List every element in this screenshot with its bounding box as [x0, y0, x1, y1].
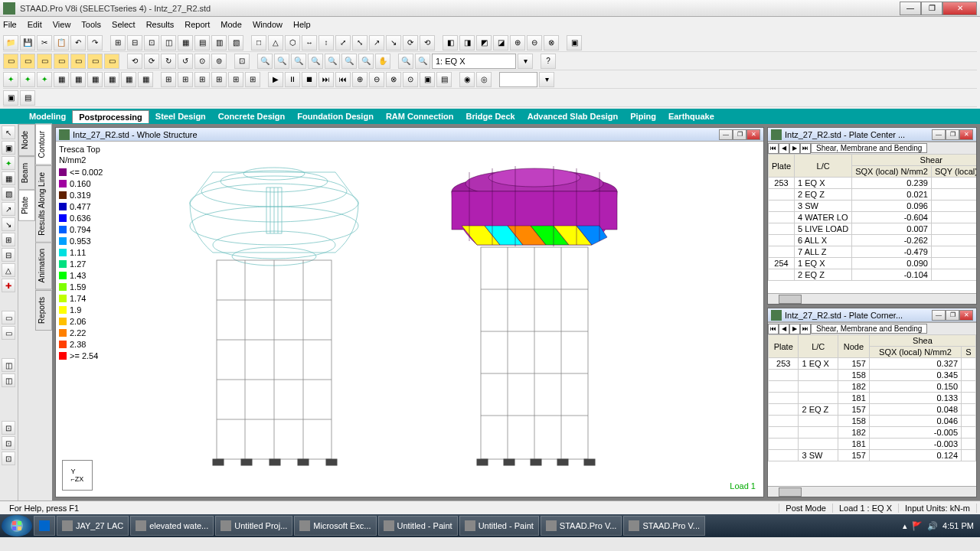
taskbar-ie[interactable]	[34, 516, 55, 536]
tool-icon[interactable]: ▦	[138, 72, 153, 87]
tool-icon[interactable]: ✦	[20, 72, 35, 87]
tool-icon[interactable]: ⟳	[403, 35, 418, 51]
tab-prev-icon[interactable]: ◀	[779, 324, 789, 334]
tool-icon[interactable]: ↻	[161, 54, 176, 69]
start-button[interactable]	[2, 515, 32, 536]
taskbar-item[interactable]: Microsoft Exc...	[294, 516, 376, 536]
close-button[interactable]: ✕	[942, 2, 977, 15]
tab-prev-icon[interactable]: ◀	[779, 143, 789, 154]
close-icon[interactable]: ✕	[746, 129, 760, 140]
tool-icon[interactable]: ▾	[518, 54, 533, 69]
tool-icon[interactable]: ⊡	[144, 35, 159, 51]
close-icon[interactable]: ✕	[959, 129, 973, 140]
zoom-icon[interactable]: ✋	[375, 54, 390, 69]
tool-icon[interactable]: ▦	[2, 171, 15, 185]
tool-icon[interactable]: ⤢	[335, 35, 351, 51]
tool-icon[interactable]: ▣	[3, 90, 18, 106]
tool-icon[interactable]: ◫	[161, 35, 176, 51]
tool-icon[interactable]: ◩	[476, 35, 492, 51]
menu-results[interactable]: Results	[146, 20, 175, 29]
tool-icon[interactable]: ⊡	[2, 436, 15, 450]
tool-icon[interactable]: ⊙	[194, 54, 210, 69]
close-icon[interactable]: ✕	[959, 310, 973, 321]
tool-icon[interactable]: ↺	[178, 54, 193, 69]
tool-icon[interactable]: ✚	[2, 279, 15, 292]
tool-icon[interactable]: ↗	[369, 35, 384, 51]
tool-icon[interactable]: ▤	[194, 35, 210, 51]
tool-icon[interactable]: ◫	[2, 358, 15, 372]
min-icon[interactable]: —	[932, 129, 946, 140]
tool-icon[interactable]: ▧	[228, 35, 243, 51]
plate-center-table[interactable]: PlateL/CShear▴ SQX (local) N/mm2SQY (loc…	[768, 154, 976, 293]
tool-icon[interactable]: ▶	[268, 72, 283, 87]
vtab-animation[interactable]: Animation	[35, 242, 52, 289]
tool-icon[interactable]: ▭	[3, 54, 18, 69]
zoom-icon[interactable]: 🔍	[308, 54, 323, 69]
tab-earthquake[interactable]: Earthquake	[662, 110, 720, 122]
taskbar-item[interactable]: STAAD.Pro V...	[541, 516, 622, 536]
menu-window[interactable]: Window	[253, 20, 283, 29]
zoom-icon[interactable]: 🔍	[341, 54, 357, 69]
tool-icon[interactable]: ⊚	[211, 54, 227, 69]
minimize-button[interactable]: —	[900, 2, 921, 15]
menu-help[interactable]: Help	[293, 20, 311, 29]
tool-icon[interactable]: ⊟	[127, 35, 142, 51]
tool-icon[interactable]: ▦	[121, 72, 136, 87]
vtab-contour[interactable]: Contour	[35, 124, 52, 165]
tool-icon[interactable]: ⊡	[234, 54, 250, 69]
menu-view[interactable]: View	[53, 20, 71, 29]
tool-icon[interactable]: ◉	[459, 72, 475, 87]
tool-icon[interactable]: ⏸	[285, 72, 300, 87]
panel2-tab[interactable]: Shear, Membrane and Bending	[811, 324, 927, 334]
tool-icon[interactable]: ▦	[70, 72, 86, 87]
tool-icon[interactable]: ↕	[318, 35, 334, 51]
tool-icon[interactable]: ▭	[54, 54, 69, 69]
tool-icon[interactable]: ▣	[2, 141, 15, 155]
plate-corner-table[interactable]: PlateL/CNodeShea SQX (local) N/mm2S 2531…	[768, 334, 976, 486]
tool-icon[interactable]: ▭	[2, 311, 15, 324]
hscroll[interactable]	[768, 486, 976, 497]
tool-icon[interactable]: ▦	[87, 72, 103, 87]
hscroll[interactable]	[768, 293, 976, 304]
tool-icon[interactable]: ⊙	[403, 72, 418, 87]
tool-icon[interactable]: ⊕	[352, 72, 368, 87]
tool-icon[interactable]: 📁	[3, 35, 18, 51]
tool-icon[interactable]: ⏹	[302, 72, 317, 87]
tray-icon[interactable]: 🚩	[912, 521, 923, 531]
tool-icon[interactable]: ⊞	[2, 233, 15, 246]
tab-bridge[interactable]: Bridge Deck	[459, 110, 521, 122]
tool-icon[interactable]: ▣	[420, 72, 435, 87]
tab-modeling[interactable]: Modeling	[23, 110, 72, 122]
tool-icon[interactable]: ⟳	[144, 54, 159, 69]
tool-icon[interactable]: ▥	[211, 35, 227, 51]
tool-icon[interactable]: ⊞	[245, 72, 260, 87]
tool-icon[interactable]: ⊕	[510, 35, 525, 51]
tab-piping[interactable]: Piping	[624, 110, 662, 122]
tool-icon[interactable]: ▭	[2, 326, 15, 340]
tool-icon[interactable]: △	[268, 35, 283, 51]
tool-icon[interactable]: ⊞	[178, 72, 193, 87]
tab-foundation[interactable]: Foundation Design	[291, 110, 380, 122]
tool-icon[interactable]: ▤	[436, 72, 452, 87]
zoom-icon[interactable]: 🔍	[257, 54, 273, 69]
tool-icon[interactable]: 📋	[54, 35, 69, 51]
tool-icon[interactable]: ⟲	[127, 54, 142, 69]
tool-icon[interactable]: 💾	[20, 35, 35, 51]
tool-icon[interactable]: ▣	[567, 35, 582, 51]
tab-first-icon[interactable]: ⏮	[768, 324, 779, 334]
tool-icon[interactable]: ▭	[70, 54, 86, 69]
menu-edit[interactable]: Edit	[28, 20, 42, 29]
tool-icon[interactable]: ⊟	[2, 248, 15, 262]
tool-icon[interactable]: ⊞	[110, 35, 126, 51]
tab-ram[interactable]: RAM Connection	[380, 110, 460, 122]
tool-icon[interactable]: ⊞	[161, 72, 176, 87]
tray-icon[interactable]: 🔊	[927, 521, 938, 531]
menu-mode[interactable]: Mode	[220, 20, 242, 29]
menu-file[interactable]: File	[3, 20, 17, 29]
tool-icon[interactable]: ▭	[20, 54, 35, 69]
vtab-beam[interactable]: Beam	[18, 156, 35, 190]
zoom-icon[interactable]: 🔍	[274, 54, 289, 69]
tab-slab[interactable]: Advanced Slab Design	[521, 110, 625, 122]
tab-next-icon[interactable]: ▶	[789, 143, 800, 154]
tab-postprocessing[interactable]: Postprocessing	[72, 110, 149, 123]
